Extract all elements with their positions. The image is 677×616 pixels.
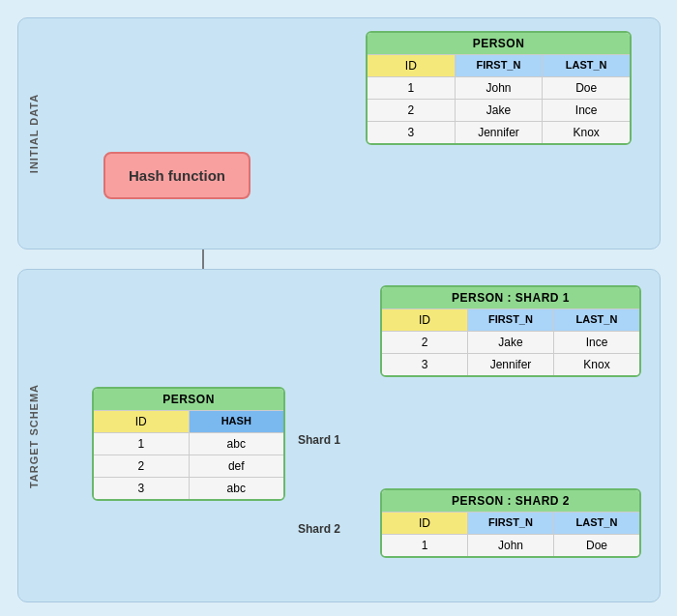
shard1-row-2: 3 Jennifer Knox — [382, 353, 639, 375]
hash-function-box: Hash function — [103, 152, 250, 199]
shard1-label: Shard 1 — [298, 433, 340, 447]
shard1-row-1: 2 Jake Ince — [382, 331, 639, 353]
initial-person-table: PERSON ID FIRST_N LAST_N 1 John Doe 2 Ja… — [366, 31, 632, 145]
person-hash-table: PERSON ID HASH 1 abc 2 def 3 abc — [92, 387, 285, 501]
hash-col-hash: HASH — [190, 411, 284, 432]
shard2-row-1: 1 John Doe — [382, 534, 639, 556]
shard2-label: Shard 2 — [298, 522, 340, 536]
hash-col-id: ID — [94, 411, 190, 432]
person-hash-title: PERSON — [94, 389, 283, 410]
initial-row-3: 3 Jennifer Knox — [368, 121, 630, 143]
initial-header-row: ID FIRST_N LAST_N — [368, 54, 630, 76]
initial-row-2: 2 Jake Ince — [368, 99, 630, 121]
target-schema-label: TARGET SCHEMA — [28, 383, 40, 487]
col-first: FIRST_N — [456, 55, 544, 76]
shard1-col-first: FIRST_N — [468, 309, 554, 331]
hash-header-row: ID HASH — [94, 410, 283, 432]
shard2-table: PERSON : SHARD 2 ID FIRST_N LAST_N 1 Joh… — [380, 488, 641, 558]
shard2-col-last: LAST_N — [554, 513, 639, 534]
shard1-table: PERSON : SHARD 1 ID FIRST_N LAST_N 2 Jak… — [380, 285, 641, 377]
initial-person-title: PERSON — [368, 33, 630, 54]
shard2-col-id: ID — [382, 513, 468, 534]
hash-row-1: 1 abc — [94, 432, 283, 455]
initial-row-1: 1 John Doe — [368, 76, 630, 99]
hash-function-label: Hash function — [129, 167, 225, 184]
shard2-title: PERSON : SHARD 2 — [382, 490, 639, 512]
initial-data-label: INITIAL DATA — [28, 94, 40, 173]
col-last: LAST_N — [543, 55, 630, 76]
shard2-header-row: ID FIRST_N LAST_N — [382, 512, 639, 534]
shard1-col-last: LAST_N — [554, 309, 639, 331]
shard2-col-first: FIRST_N — [468, 513, 554, 534]
shard1-col-id: ID — [382, 309, 468, 331]
hash-row-2: 2 def — [94, 455, 283, 477]
col-id: ID — [368, 55, 456, 76]
shard1-header-row: ID FIRST_N LAST_N — [382, 308, 639, 331]
hash-row-3: 3 abc — [94, 477, 283, 499]
shard1-title: PERSON : SHARD 1 — [382, 287, 639, 308]
